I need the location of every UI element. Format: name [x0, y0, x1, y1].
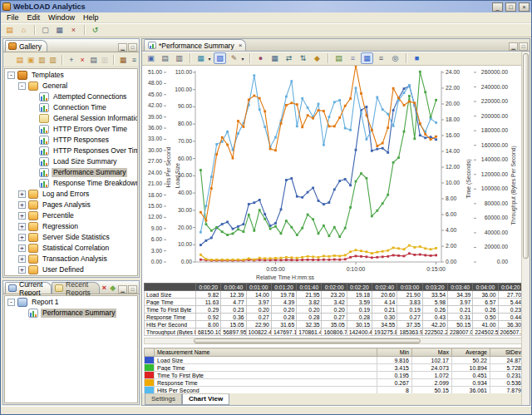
summary-header-average[interactable]: Average — [452, 348, 490, 357]
menu-help[interactable]: Help — [80, 12, 104, 22]
menu-file[interactable]: File — [3, 12, 24, 22]
table-row[interactable]: Throughput (Bytes Per Second)68150.10568… — [145, 329, 522, 336]
reports-maximize-button[interactable]: □ — [128, 285, 137, 294]
collapse-icon[interactable]: - — [18, 82, 26, 90]
tree-item-user-defined[interactable]: +User Defined — [5, 264, 137, 275]
portfolio-icon[interactable]: ▦ — [118, 54, 127, 66]
data-table-icon[interactable]: ▦ — [361, 52, 373, 64]
flip-vertical-icon[interactable]: ⇅ — [297, 52, 309, 64]
edit-pencil-icon[interactable]: ✎ — [228, 52, 240, 64]
tab-close-icon[interactable]: × — [237, 42, 243, 49]
minimize-button[interactable]: _ — [492, 2, 503, 12]
tree-item-http-responses[interactable]: HTTP Responses — [5, 135, 137, 146]
line-chart-icon[interactable]: ▧ — [214, 52, 226, 64]
sort-icon[interactable]: ≡ — [130, 54, 139, 66]
summary-header-stdev[interactable]: StDev — [490, 348, 522, 357]
summary-row[interactable]: Page Time3.41524.07310.8945.728 — [145, 364, 522, 372]
wizard-icon[interactable]: ◆ — [311, 52, 323, 64]
copy-icon[interactable]: ▤ — [159, 52, 171, 64]
tree-item-load-size-summary[interactable]: Load Size Summary — [5, 156, 137, 167]
expand-icon[interactable]: + — [18, 190, 26, 198]
table-horizontal-scrollbar[interactable] — [144, 338, 521, 344]
collapse-icon[interactable]: - — [7, 299, 15, 306]
edit-pencil-icon-caret[interactable]: ▾ — [240, 56, 245, 62]
add-to-report-icon[interactable]: + — [66, 54, 76, 66]
tab-settings[interactable]: Settings — [145, 393, 182, 405]
summary-row[interactable]: Hits Per Second850.1536.0617.879 — [145, 387, 522, 394]
close-chart-icon[interactable]: × — [67, 24, 80, 36]
chart-gallery-icon[interactable]: ▦ — [195, 52, 207, 64]
delete-icon[interactable]: × — [77, 54, 86, 66]
editor-vertical-scrollbar[interactable] — [521, 52, 530, 405]
summary-row[interactable]: Load Size9.816102.1750.2224.87 — [145, 357, 522, 364]
expand-icon[interactable]: + — [18, 255, 26, 263]
table-row[interactable]: Response Time0.920.360.270.280.280.270.2… — [145, 314, 522, 321]
import-template-icon[interactable]: ▥ — [37, 54, 47, 66]
expand-icon[interactable]: + — [18, 245, 26, 252]
summary-header-min[interactable]: Min — [377, 348, 412, 357]
tree-item-http-errors-over-time[interactable]: HTTP Errors Over Time — [5, 124, 137, 135]
tab-current-report[interactable]: Current Report — [5, 282, 52, 294]
table-row[interactable]: Page Time11.634.773.974.393.823.423.594.… — [145, 299, 522, 306]
expand-icon[interactable]: + — [18, 223, 26, 230]
tree-item-templates[interactable]: -Templates — [5, 70, 137, 81]
scrollbar-thumb[interactable] — [523, 53, 529, 259]
editor-minimize-button[interactable]: ▁ — [509, 42, 518, 51]
flip-horizontal-icon[interactable]: ⇄ — [283, 52, 295, 64]
tree-item-report-1[interactable]: -Report 1 — [5, 297, 137, 308]
tree-item-performance-summary[interactable]: Performance Summary — [5, 167, 137, 178]
expand-icon[interactable]: + — [18, 201, 26, 209]
summary-row[interactable]: Response Time0.2672.0990.9340.536 — [145, 379, 522, 387]
tab-gallery[interactable]: Gallery — [5, 40, 47, 52]
tree-item-attempted-connections[interactable]: Attempted Connections — [5, 91, 137, 102]
editor-maximize-button[interactable]: □ — [519, 42, 528, 51]
export-image-icon[interactable]: ▤ — [332, 52, 345, 64]
chart-gallery-icon-caret[interactable]: ▾ — [207, 56, 212, 62]
new-folder-icon[interactable]: ▣ — [26, 54, 35, 66]
gallery-maximize-button[interactable]: □ — [128, 43, 137, 52]
tree-item-pages-analysis[interactable]: +Pages Analysis — [5, 200, 137, 210]
menu-window[interactable]: Window — [45, 12, 80, 22]
tree-item-performance-summary[interactable]: Performance Summary — [5, 308, 137, 319]
open-folder-icon[interactable]: ▤ — [15, 54, 24, 66]
tree-item-portfolios[interactable]: -Portfolios — [5, 275, 137, 276]
export-template-icon[interactable]: ▥ — [48, 54, 57, 66]
restore-button[interactable]: □ — [505, 2, 516, 12]
open-gallery-icon[interactable]: ▤ — [3, 24, 16, 36]
expand-icon[interactable]: + — [18, 266, 26, 274]
zoom-icon[interactable]: ● — [254, 52, 267, 64]
refresh-icon[interactable]: ↺ — [89, 24, 101, 36]
copy-icon[interactable]: ▤ — [89, 54, 98, 66]
search-icon[interactable]: ◎ — [389, 52, 401, 64]
summary-header-measurement-name[interactable]: Measurement Name — [155, 348, 377, 357]
new-report-icon[interactable]: ▢ — [39, 24, 52, 36]
tab-performance-summary[interactable]: *Performance Summary × — [144, 39, 246, 51]
tree-item-connection-time[interactable]: Connection Time — [5, 102, 137, 113]
table-row[interactable]: Load Size9.8212.3914.0019.7821.9523.2019… — [145, 291, 522, 299]
save-icon[interactable]: ▣ — [145, 52, 157, 64]
table-row[interactable]: Time To First Byte0.290.230.200.200.200.… — [145, 306, 522, 314]
gallery-minimize-button[interactable]: ▁ — [118, 43, 127, 52]
paste-icon[interactable]: ▥ — [100, 54, 109, 66]
tree-item-log-and-errors[interactable]: +Log and Errors — [5, 189, 137, 200]
tree-item-percentile[interactable]: +Percentile — [5, 210, 137, 221]
close-button[interactable]: × — [519, 2, 530, 12]
tree-item-response-time-breakdown[interactable]: Response Time Breakdown — [5, 178, 137, 189]
summary-header-max[interactable]: Max — [412, 348, 452, 357]
new-chart-icon[interactable]: ▦ — [53, 24, 66, 36]
expand-icon[interactable]: + — [18, 212, 26, 220]
help-icon[interactable]: ■ — [411, 52, 423, 64]
home-icon[interactable]: ⌂ — [17, 24, 30, 36]
delete-report-icon[interactable]: × — [100, 282, 108, 294]
summary-row[interactable]: Time To First Byte0.1951.0720.4510.231 — [145, 372, 522, 379]
print-icon[interactable]: ▥ — [173, 52, 185, 64]
tree-item-http-responses-over-time[interactable]: HTTP Responses Over Time — [5, 146, 137, 156]
tab-chart-view[interactable]: Chart View — [182, 393, 229, 405]
tree-item-server-side-statistics[interactable]: +Server Side Statistics — [5, 232, 137, 243]
tree-item-general-session-information[interactable]: General Session Information — [5, 113, 137, 124]
tree-item-statistical-correlation[interactable]: +Statistical Correlation — [5, 243, 137, 254]
tab-recent-reports[interactable]: Recent Reports — [52, 282, 100, 294]
reports-minimize-button[interactable]: ▁ — [118, 285, 127, 294]
tree-item-general[interactable]: -General — [5, 81, 137, 91]
grid-icon[interactable]: ▦ — [268, 52, 281, 64]
